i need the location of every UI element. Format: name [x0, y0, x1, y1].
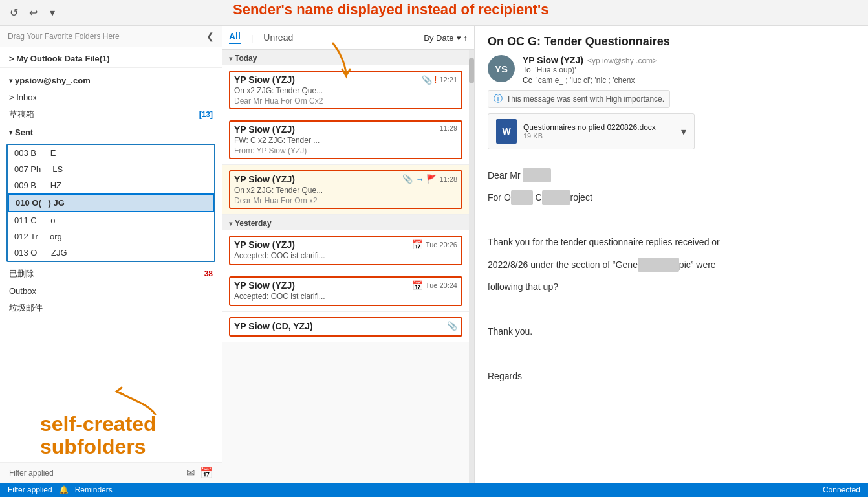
email-item-3[interactable]: 📎 → 🚩 11:28 YP Siow (YZJ) On x2 ZJG: Ten…	[222, 165, 469, 215]
email-5-subject: Accepted: OOC ist clarifi...	[234, 292, 457, 301]
sidebar-bottom-icons: ✉ 📅	[186, 467, 213, 479]
body-line-1: Dear Mr	[488, 168, 855, 182]
cc-label: Cc	[523, 76, 532, 85]
reading-body: Dear Mr For O C roject Thank you for the…	[475, 155, 868, 483]
status-filter-text: Filter applied	[8, 485, 52, 494]
email-3-subject: On x2 ZJG: Tender Que...	[234, 186, 457, 195]
email-5-time: Tue 20:24	[426, 282, 457, 289]
email-item-6[interactable]: 📎 YP Siow (CD, YZJ)	[222, 312, 469, 342]
attachment-name: Questionnaires no plied 0220826.docx	[523, 123, 675, 132]
refresh-icon[interactable]: ↺	[6, 6, 21, 20]
account-caret-icon: ▾	[9, 77, 12, 84]
subfolder-item-013[interactable]: 013 O ZJG	[8, 245, 214, 261]
undo-icon[interactable]: ↩	[26, 6, 40, 20]
dropdown-icon[interactable]: ▾	[45, 6, 60, 20]
sort-control[interactable]: By Date ▾ ↑	[424, 33, 468, 43]
status-bar-left: Filter applied 🔔 Reminders	[8, 485, 113, 494]
filter-applied-text: Filter applied	[9, 469, 54, 478]
date-group-today: ▾ Today	[222, 50, 469, 65]
scroll-track[interactable]	[469, 50, 474, 483]
today-caret-icon: ▾	[229, 55, 232, 62]
sidebar-item-sent[interactable]: ▾ Sent	[0, 124, 222, 141]
email-list-header: All | Unread By Date ▾ ↑	[222, 26, 474, 50]
calendar-icon-4: 📅	[412, 239, 423, 250]
yesterday-caret-icon: ▾	[229, 220, 232, 227]
sidebar-item-my-data-file[interactable]: > My Outlook Data File(1)	[0, 50, 222, 67]
drafts-badge: [13]	[199, 110, 213, 119]
account-section: ▾ ypsiow@shy_.com > Inbox 草稿箱 [13] ▾	[0, 67, 222, 321]
sidebar-item-inbox[interactable]: > Inbox	[0, 89, 222, 105]
subfolder-009-label: 009 B HZ	[14, 181, 61, 190]
subfolder-010-label: 010 O( ) JG	[16, 198, 65, 208]
email-6-sender: YP Siow (CD, YZJ)	[234, 321, 457, 331]
email-3-meta: 📎 → 🚩 11:28	[402, 174, 457, 184]
body-line-3	[488, 213, 855, 227]
word-icon: W	[496, 119, 517, 144]
sort-label: By Date	[424, 33, 453, 43]
email-item-1[interactable]: 📎 ! 12:21 YP Siow (YZJ) On x2 ZJG: Tende…	[222, 65, 469, 115]
attachment-expand-icon[interactable]: ▾	[681, 126, 686, 138]
body-line-6: following that up?	[488, 280, 855, 294]
sent-caret-icon: ▾	[9, 129, 12, 136]
sender-avatar: YS	[488, 55, 515, 82]
archive-label: 垃圾邮件	[9, 302, 43, 314]
subfolder-item-003[interactable]: 003 B E	[8, 145, 214, 161]
email-3-time: 11:28	[439, 175, 457, 183]
email-2-sender: YP Siow (YZJ)	[234, 124, 457, 135]
email-item-2[interactable]: 11:29 YP Siow (YZJ) FW: C x2 ZJG: Tender…	[222, 115, 469, 165]
calendar-icon-5: 📅	[412, 280, 423, 291]
subfolder-item-012[interactable]: 012 Tr org	[8, 228, 214, 245]
inbox-label: > Inbox	[9, 93, 37, 102]
sidebar-bottom: Filter applied ✉ 📅	[0, 462, 222, 483]
mail-icon[interactable]: ✉	[186, 467, 195, 479]
to-label: To	[523, 65, 531, 74]
email-6-meta: 📎	[447, 321, 457, 331]
attachment-icon-1: 📎	[422, 75, 432, 85]
flag-icon-3: 🚩	[426, 174, 437, 184]
drag-hint-text: Drag Your Favorite Folders Here	[8, 32, 120, 41]
cc-value: 'cam e_ ; 'luc ci'; 'nic ; 'chenx	[536, 76, 635, 85]
email-2-subject: FW: C x2 ZJG: Tender ...	[234, 136, 457, 145]
attachment-icon-3: 📎	[402, 174, 413, 184]
email-item-1-inner: 📎 ! 12:21 YP Siow (YZJ) On x2 ZJG: Tende…	[229, 71, 462, 109]
subfolder-011-label: 011 C o	[14, 215, 56, 225]
sort-direction-icon: ↑	[464, 33, 468, 43]
tab-unread[interactable]: Unread	[263, 32, 293, 43]
subfolder-item-009[interactable]: 009 B HZ	[8, 177, 214, 193]
body-line-9	[488, 346, 855, 360]
importance-text: This message was sent with High importan…	[506, 94, 664, 104]
to-value: 'Hua s oup)'	[535, 65, 576, 74]
sender-details: YP Siow (YZJ) <yp iow@shy .com> To 'Hua …	[523, 55, 855, 86]
email-item-4[interactable]: 📅 Tue 20:26 YP Siow (YZJ) Accepted: OOC …	[222, 230, 469, 271]
cc-row: Cc 'cam e_ ; 'luc ci'; 'nic ; 'chenx	[523, 76, 855, 85]
sidebar-item-outbox[interactable]: Outbox	[0, 283, 222, 299]
my-data-file-label: > My Outlook Data File(1)	[9, 54, 110, 63]
sent-label: Sent	[15, 127, 33, 137]
sidebar-item-drafts[interactable]: 草稿箱 [13]	[0, 105, 222, 124]
email-4-subject: Accepted: OOC ist clarifi...	[234, 251, 457, 260]
subfolder-012-label: 012 Tr org	[14, 232, 62, 241]
subfolder-003-label: 003 B E	[14, 148, 56, 158]
email-3-preview: Dear Mr Hua For Om x2	[234, 196, 457, 205]
subfolder-007-label: 007 Ph LS	[14, 164, 63, 174]
email-item-5[interactable]: 📅 Tue 20:24 YP Siow (YZJ) Accepted: OOC …	[222, 271, 469, 312]
scroll-thumb[interactable]	[469, 58, 474, 83]
reading-header: On OC G: Tender Questionnaires YS YP Sio…	[475, 26, 868, 155]
email-list-panel: All | Unread By Date ▾ ↑ ▾ Today	[222, 26, 475, 483]
subfolder-item-007[interactable]: 007 Ph LS	[8, 161, 214, 177]
sidebar-collapse-button[interactable]: ❮	[206, 31, 214, 41]
calendar-bottom-icon[interactable]: 📅	[200, 467, 213, 479]
sidebar-item-deleted[interactable]: 已删除 38	[0, 265, 222, 283]
sidebar-item-archive[interactable]: 垃圾邮件	[0, 299, 222, 317]
body-line-10: Regards	[488, 369, 855, 383]
subfolder-item-011[interactable]: 011 C o	[8, 212, 214, 228]
reading-pane: On OC G: Tender Questionnaires YS YP Sio…	[475, 26, 868, 483]
email-item-2-inner: 11:29 YP Siow (YZJ) FW: C x2 ZJG: Tender…	[229, 120, 462, 159]
importance-notice: ⓘ This message was sent with High import…	[488, 90, 670, 108]
deleted-count: 38	[204, 269, 213, 278]
sender-name: YP Siow (YZJ)	[523, 55, 583, 65]
sidebar-account-header[interactable]: ▾ ypsiow@shy_.com	[0, 72, 222, 89]
attachment-box[interactable]: W Questionnaires no plied 0220826.docx 1…	[488, 113, 695, 149]
subfolder-item-010[interactable]: 010 O( ) JG	[8, 193, 214, 212]
tab-all[interactable]: All	[229, 31, 241, 44]
